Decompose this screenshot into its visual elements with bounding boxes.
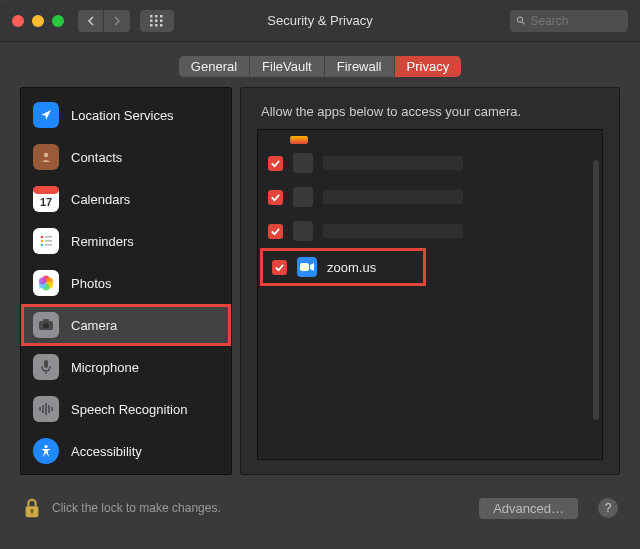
pane-header: Allow the apps below to access your came… bbox=[257, 102, 605, 129]
app-name: zoom.us bbox=[327, 260, 376, 275]
app-icon bbox=[293, 153, 313, 173]
tab-privacy[interactable]: Privacy bbox=[395, 56, 462, 77]
checkbox-icon[interactable] bbox=[272, 260, 287, 275]
app-row[interactable] bbox=[258, 214, 602, 248]
tab-row: General FileVault Firewall Privacy bbox=[0, 42, 640, 87]
reminders-icon bbox=[33, 228, 59, 254]
app-name bbox=[323, 224, 463, 238]
svg-rect-2 bbox=[160, 15, 163, 18]
close-window-icon[interactable] bbox=[12, 15, 24, 27]
partial-app-icon bbox=[290, 136, 308, 144]
contacts-icon bbox=[33, 144, 59, 170]
window-controls bbox=[12, 15, 64, 27]
calendar-icon: 17 bbox=[33, 186, 59, 212]
search-input[interactable] bbox=[531, 14, 623, 28]
chevron-left-icon bbox=[87, 16, 95, 26]
footer: Click the lock to make changes. Advanced… bbox=[0, 487, 640, 533]
svg-rect-19 bbox=[45, 244, 52, 246]
nav-segment bbox=[78, 10, 130, 32]
svg-rect-0 bbox=[150, 15, 153, 18]
camera-icon bbox=[33, 312, 59, 338]
sidebar-item-label: Contacts bbox=[71, 150, 122, 165]
titlebar: Security & Privacy bbox=[0, 0, 640, 42]
sidebar-item-accessibility[interactable]: Accessibility bbox=[21, 430, 231, 472]
svg-rect-3 bbox=[150, 19, 153, 22]
sidebar-item-microphone[interactable]: Microphone bbox=[21, 346, 231, 388]
svg-point-18 bbox=[41, 244, 44, 247]
app-icon bbox=[293, 221, 313, 241]
fullscreen-window-icon[interactable] bbox=[52, 15, 64, 27]
privacy-sidebar: Location Services Contacts 17 Calendars … bbox=[20, 87, 232, 475]
svg-rect-1 bbox=[155, 15, 158, 18]
search-field[interactable] bbox=[510, 10, 628, 32]
sidebar-item-label: Photos bbox=[71, 276, 111, 291]
sidebar-item-label: Camera bbox=[71, 318, 117, 333]
sidebar-item-label: Calendars bbox=[71, 192, 130, 207]
svg-point-14 bbox=[41, 236, 44, 239]
svg-point-28 bbox=[43, 323, 49, 329]
tab-segment: General FileVault Firewall Privacy bbox=[179, 56, 461, 77]
sidebar-item-contacts[interactable]: Contacts bbox=[21, 136, 231, 178]
sidebar-item-location-services[interactable]: Location Services bbox=[21, 94, 231, 136]
svg-rect-27 bbox=[43, 319, 49, 322]
svg-rect-17 bbox=[45, 240, 52, 242]
help-button[interactable]: ? bbox=[598, 498, 618, 518]
grid-icon bbox=[150, 15, 164, 27]
sidebar-item-calendars[interactable]: 17 Calendars bbox=[21, 178, 231, 220]
app-row[interactable] bbox=[258, 180, 602, 214]
chevron-right-icon bbox=[113, 16, 121, 26]
microphone-icon bbox=[33, 354, 59, 380]
svg-rect-7 bbox=[155, 24, 158, 27]
sidebar-item-label: Reminders bbox=[71, 234, 134, 249]
zoom-icon bbox=[297, 257, 317, 277]
tab-general[interactable]: General bbox=[179, 56, 250, 77]
sidebar-item-camera[interactable]: Camera bbox=[21, 304, 231, 346]
sidebar-item-label: Location Services bbox=[71, 108, 174, 123]
svg-text:17: 17 bbox=[40, 196, 52, 208]
app-icon bbox=[293, 187, 313, 207]
show-all-button[interactable] bbox=[140, 10, 174, 32]
checkbox-icon[interactable] bbox=[268, 156, 283, 171]
sidebar-item-photos[interactable]: Photos bbox=[21, 262, 231, 304]
svg-point-16 bbox=[41, 240, 44, 243]
sidebar-item-label: Microphone bbox=[71, 360, 139, 375]
svg-rect-37 bbox=[300, 263, 309, 271]
sidebar-item-speech-recognition[interactable]: Speech Recognition bbox=[21, 388, 231, 430]
tab-firewall[interactable]: Firewall bbox=[325, 56, 395, 77]
svg-rect-15 bbox=[45, 236, 52, 238]
sidebar-item-label: Accessibility bbox=[71, 444, 142, 459]
location-icon bbox=[33, 102, 59, 128]
app-row-zoom[interactable]: zoom.us bbox=[262, 250, 424, 284]
search-icon bbox=[516, 15, 526, 26]
svg-rect-5 bbox=[160, 19, 163, 22]
app-name bbox=[323, 190, 463, 204]
tab-filevault[interactable]: FileVault bbox=[250, 56, 325, 77]
detail-pane: Allow the apps below to access your came… bbox=[240, 87, 620, 475]
scrollbar[interactable] bbox=[593, 160, 599, 420]
svg-rect-4 bbox=[155, 19, 158, 22]
content-area: Location Services Contacts 17 Calendars … bbox=[0, 87, 640, 487]
back-button[interactable] bbox=[78, 10, 104, 32]
advanced-button[interactable]: Advanced… bbox=[479, 498, 578, 519]
speech-icon bbox=[33, 396, 59, 422]
app-name bbox=[323, 156, 463, 170]
svg-point-11 bbox=[44, 153, 49, 158]
sidebar-item-reminders[interactable]: Reminders bbox=[21, 220, 231, 262]
sidebar-item-label: Speech Recognition bbox=[71, 402, 187, 417]
svg-point-36 bbox=[44, 445, 47, 448]
svg-line-10 bbox=[522, 22, 524, 24]
svg-point-9 bbox=[517, 17, 522, 22]
app-row[interactable] bbox=[258, 146, 602, 180]
lock-text: Click the lock to make changes. bbox=[52, 501, 221, 515]
svg-rect-8 bbox=[160, 24, 163, 27]
accessibility-icon bbox=[33, 438, 59, 464]
svg-rect-6 bbox=[150, 24, 153, 27]
checkbox-icon[interactable] bbox=[268, 190, 283, 205]
minimize-window-icon[interactable] bbox=[32, 15, 44, 27]
svg-rect-29 bbox=[44, 360, 48, 368]
checkbox-icon[interactable] bbox=[268, 224, 283, 239]
app-list: zoom.us bbox=[257, 129, 603, 460]
lock-icon[interactable] bbox=[22, 497, 42, 519]
svg-rect-40 bbox=[31, 511, 32, 514]
forward-button[interactable] bbox=[104, 10, 130, 32]
